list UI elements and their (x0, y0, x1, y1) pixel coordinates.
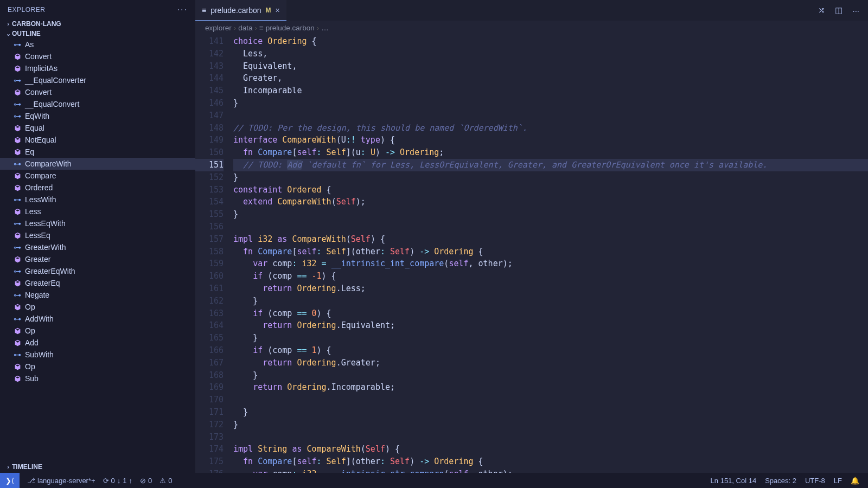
outline-item-label: Less (25, 207, 41, 216)
outline-item[interactable]: NotEqual (0, 134, 195, 146)
warning-count[interactable]: ⚠0 (159, 477, 172, 485)
outline-item[interactable]: Add (0, 337, 195, 349)
struct-icon (13, 183, 22, 192)
error-icon: ⊘ (140, 477, 146, 485)
outline-item[interactable]: SubWith (0, 349, 195, 361)
interface-icon (13, 291, 22, 299)
outline-item-label: Op (25, 326, 35, 335)
outline-title: OUTLINE (12, 30, 41, 37)
outline-item[interactable]: GreaterEq (0, 277, 195, 289)
outline-item[interactable]: Eq (0, 146, 195, 158)
interface-icon (13, 40, 22, 49)
outline-section-header[interactable]: ⌄ OUTLINE (0, 29, 195, 38)
git-branch[interactable]: ⎇language-server*+ (27, 477, 95, 485)
outline-item[interactable]: Equal (0, 122, 195, 134)
explorer-more-icon[interactable]: ··· (177, 5, 188, 15)
outline-item-label: Add (25, 338, 39, 347)
outline-item[interactable]: As (0, 38, 195, 50)
code-lines[interactable]: choice Ordering { Less, Equivalent, Grea… (233, 35, 868, 473)
interface-icon (13, 76, 22, 85)
tab-prelude[interactable]: ≡ prelude.carbon M × (195, 0, 286, 21)
tab-bar: ≡ prelude.carbon M × ⤭ ◫ ··· (195, 0, 868, 21)
struct-icon (13, 88, 22, 97)
outline-item-label: SubWith (25, 350, 54, 359)
outline-item[interactable]: Less (0, 206, 195, 217)
error-count[interactable]: ⊘0 (140, 477, 152, 485)
struct-icon (13, 171, 22, 180)
compare-icon[interactable]: ⤭ (818, 5, 825, 15)
outline-item[interactable]: Compare (0, 170, 195, 182)
file-icon: ≡ (202, 6, 206, 15)
struct-icon (13, 136, 22, 144)
outline-item[interactable]: Op (0, 325, 195, 337)
split-icon[interactable]: ◫ (835, 5, 843, 15)
tab-actions: ⤭ ◫ ··· (809, 0, 868, 21)
outline-item-label: AddWith (25, 314, 54, 323)
outline-item[interactable]: __EqualConverter (0, 74, 195, 86)
outline-item-label: As (25, 40, 34, 49)
outline-item[interactable]: GreaterEqWith (0, 265, 195, 277)
outline-item[interactable]: Greater (0, 253, 195, 265)
outline-item[interactable]: Op (0, 361, 195, 373)
struct-icon (13, 207, 22, 216)
outline-item[interactable]: Ordered (0, 182, 195, 194)
branch-icon: ⎇ (27, 477, 35, 485)
indent-spaces[interactable]: Spaces: 2 (765, 477, 796, 485)
eol[interactable]: LF (834, 477, 842, 485)
tab-filename: prelude.carbon (210, 6, 261, 15)
sync-status[interactable]: ⟳0↓ 1↑ (103, 477, 132, 485)
remote-indicator[interactable]: ❯⟨ (0, 473, 20, 488)
modified-indicator: M (266, 7, 271, 14)
struct-icon (13, 374, 22, 383)
cursor-position[interactable]: Ln 151, Col 14 (711, 477, 757, 485)
interface-icon (13, 314, 22, 323)
outline-item-label: GreaterEq (25, 279, 60, 287)
line-gutter: 1411421431441451461471481491501511521531… (195, 35, 233, 473)
more-icon[interactable]: ··· (852, 6, 859, 15)
outline-item-label: Ordered (25, 183, 53, 192)
notifications-icon[interactable]: 🔔 (851, 477, 859, 485)
breadcrumb-segment[interactable]: data (238, 24, 252, 32)
struct-icon (13, 326, 22, 335)
outline-item[interactable]: Op (0, 301, 195, 313)
encoding[interactable]: UTF-8 (805, 477, 825, 485)
outline-item[interactable]: Convert (0, 86, 195, 98)
interface-icon (13, 195, 22, 204)
struct-icon (13, 338, 22, 347)
interface-icon (13, 267, 22, 275)
outline-item-label: Compare (25, 171, 56, 180)
code-editor[interactable]: 1411421431441451461471481491501511521531… (195, 35, 868, 473)
outline-item[interactable]: __EqualConvert (0, 98, 195, 110)
timeline-section-header[interactable]: › TIMELINE (0, 461, 195, 473)
outline-item[interactable]: AddWith (0, 313, 195, 325)
outline-item[interactable]: EqWith (0, 110, 195, 122)
outline-item[interactable]: LessWith (0, 194, 195, 206)
close-icon[interactable]: × (276, 6, 280, 15)
breadcrumb-segment[interactable]: explorer (205, 24, 232, 32)
project-section-header[interactable]: › CARBON-LANG (0, 19, 195, 29)
outline-item[interactable]: LessEqWith (0, 217, 195, 229)
outline-item-label: EqWith (25, 112, 49, 120)
breadcrumb-segment[interactable]: … (321, 24, 329, 32)
breadcrumb-segment[interactable]: ≡ prelude.carbon (259, 24, 315, 32)
chevron-right-icon: › (4, 464, 12, 470)
struct-icon (13, 255, 22, 264)
timeline-title: TIMELINE (12, 463, 42, 471)
status-bar: ❯⟨ ⎇language-server*+ ⟳0↓ 1↑ ⊘0 ⚠0 Ln 15… (0, 473, 868, 488)
outline-item[interactable]: LessEq (0, 229, 195, 241)
outline-item[interactable]: Negate (0, 289, 195, 301)
sidebar: EXPLORER ··· › CARBON-LANG ⌄ OUTLINE AsC… (0, 0, 195, 473)
outline-item[interactable]: ImplicitAs (0, 62, 195, 74)
outline-item[interactable]: GreaterWith (0, 241, 195, 253)
outline-item-label: Equal (25, 124, 44, 132)
breadcrumb[interactable]: explorer › data › ≡ prelude.carbon › … (195, 21, 868, 35)
outline-item-label: __EqualConvert (25, 100, 79, 108)
interface-icon (13, 219, 22, 228)
outline-item[interactable]: CompareWith (0, 158, 195, 170)
chevron-right-icon: › (4, 21, 12, 27)
interface-icon (13, 350, 22, 359)
struct-icon (13, 279, 22, 287)
outline-item[interactable]: Convert (0, 50, 195, 62)
interface-icon (13, 159, 22, 168)
outline-item[interactable]: Sub (0, 373, 195, 384)
